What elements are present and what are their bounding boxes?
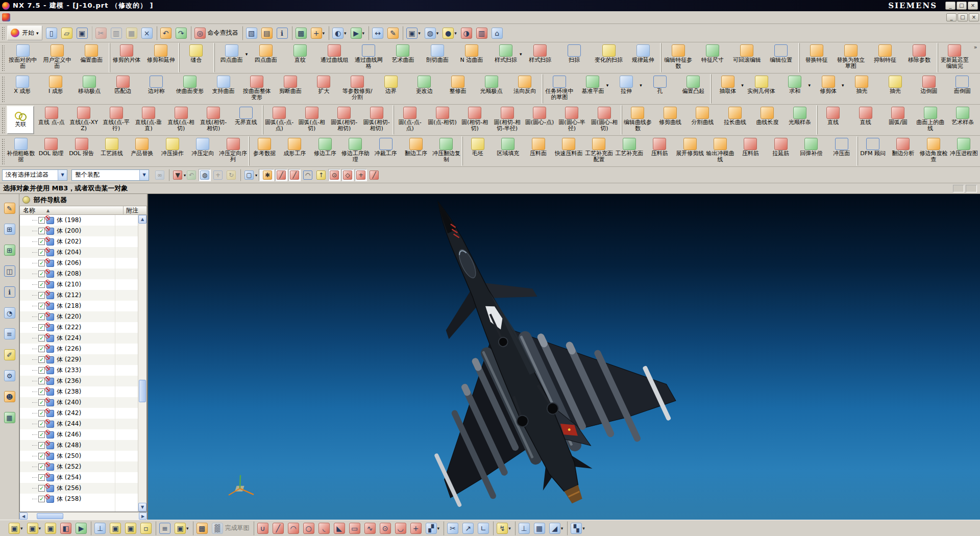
toolbar-button[interactable]: 抽壳 bbox=[878, 74, 912, 104]
associative-toggle-button[interactable]: 关联 bbox=[7, 106, 34, 134]
selection-bar-button[interactable]: ╱ bbox=[288, 169, 301, 181]
toolbar-button[interactable]: ▭ bbox=[347, 521, 362, 535]
toolbar-button[interactable]: 四点曲面 bbox=[214, 43, 249, 72]
toolbar-button[interactable]: 法向反向 bbox=[508, 74, 542, 104]
part-navigator-row[interactable]: 体 (222) bbox=[20, 322, 138, 333]
toolbar-button[interactable]: ⊥ bbox=[515, 521, 532, 535]
resource-bar-tab[interactable]: ≡ bbox=[3, 327, 17, 341]
toolbar-button[interactable]: ▥ bbox=[109, 26, 124, 40]
toolbar-button[interactable]: 直线 点-点 bbox=[35, 105, 67, 135]
toolbar-button[interactable]: 修剪曲线 bbox=[654, 105, 686, 135]
menu-item[interactable] bbox=[13, 16, 22, 19]
toolbar-button[interactable]: 按面对的中面 bbox=[6, 43, 40, 72]
toolbar-grip[interactable] bbox=[1, 44, 5, 71]
toolbar-button[interactable]: ▶ bbox=[349, 26, 367, 40]
toolbar-button[interactable]: ◠ bbox=[286, 521, 301, 535]
selection-bar-button[interactable]: ▼ bbox=[169, 169, 184, 181]
visibility-checkbox[interactable] bbox=[38, 303, 45, 309]
visibility-checkbox[interactable] bbox=[38, 378, 45, 384]
toolbar-button[interactable]: 回弹补偿 bbox=[796, 136, 826, 166]
chevron-down-icon[interactable] bbox=[139, 170, 149, 180]
toolbar-button[interactable]: 拉伸 bbox=[609, 74, 643, 104]
part-navigator-row[interactable]: 体 (236) bbox=[20, 376, 138, 386]
selection-bar-button[interactable]: ◍ bbox=[199, 169, 211, 181]
toolbar-button[interactable]: 基准平面 bbox=[576, 74, 610, 104]
toolbar-button[interactable]: + bbox=[309, 26, 327, 40]
part-navigator-row[interactable]: 体 (220) bbox=[20, 311, 138, 322]
menu-item[interactable] bbox=[50, 16, 59, 19]
toolbar-button[interactable]: ▚ bbox=[567, 521, 587, 535]
toolbar-overflow-chevron[interactable]: » bbox=[972, 43, 979, 72]
visibility-checkbox[interactable] bbox=[38, 249, 45, 256]
menu-item[interactable] bbox=[114, 16, 124, 19]
toolbar-button[interactable]: 冲压进程图 bbox=[949, 136, 979, 166]
toolbar-button[interactable]: 冲裁工序 bbox=[371, 136, 401, 166]
resource-bar-tab[interactable]: ℹ bbox=[3, 285, 17, 299]
resource-bar-tab[interactable]: ⚙ bbox=[3, 369, 17, 383]
menu-item[interactable] bbox=[87, 16, 96, 19]
toolbar-button[interactable]: 直线 bbox=[849, 105, 881, 135]
selection-bar-button[interactable]: ╱ bbox=[368, 169, 380, 181]
toolbar-button[interactable]: ▱ bbox=[59, 26, 75, 40]
visibility-checkbox[interactable] bbox=[38, 410, 45, 417]
toolbar-button[interactable]: ▩ bbox=[193, 521, 210, 535]
toolbar-button[interactable]: ◐ bbox=[329, 26, 349, 40]
toolbar-button[interactable]: 更改边 bbox=[408, 74, 442, 104]
toolbar-button[interactable]: ▩ bbox=[292, 26, 309, 40]
selection-bar-button[interactable]: ◠ bbox=[302, 169, 314, 181]
toolbar-button[interactable]: 圆(点-点-点) bbox=[394, 105, 426, 135]
toolbar-button[interactable]: 圆弧(相切-相切) bbox=[328, 105, 360, 135]
part-navigator-row[interactable]: 体 (246) bbox=[20, 429, 138, 440]
toolbar-button[interactable]: ▶ bbox=[74, 521, 89, 535]
horizontal-scrollbar[interactable]: ◀ ▶ bbox=[19, 512, 147, 520]
toolbar-button[interactable]: 补偿粗略数据 bbox=[6, 136, 36, 166]
toolbar-button[interactable]: 冲压定向序列 bbox=[218, 136, 248, 166]
start-button[interactable]: 开始 ▾ bbox=[7, 26, 42, 40]
toolbar-button[interactable]: 毛坯 bbox=[462, 136, 493, 166]
toolbar-button[interactable]: ╱ bbox=[271, 521, 286, 535]
selection-bar-button[interactable]: ✱ bbox=[259, 169, 274, 181]
toolbar-button[interactable]: ▣ bbox=[25, 521, 43, 535]
toolbar-grip[interactable] bbox=[1, 26, 5, 40]
toolbar-button[interactable]: 使曲面变形 bbox=[173, 74, 207, 104]
toolbar-button[interactable]: 扩大 bbox=[307, 74, 341, 104]
part-navigator-row[interactable]: 体 (240) bbox=[20, 397, 138, 408]
toolbar-button[interactable]: 等参数修剪/分割 bbox=[340, 74, 374, 104]
visibility-checkbox[interactable] bbox=[38, 313, 45, 320]
visibility-checkbox[interactable] bbox=[38, 399, 45, 406]
toolbar-button[interactable]: 修剪体 bbox=[812, 74, 845, 104]
toolbar-button[interactable]: 工艺补充面 bbox=[614, 136, 644, 166]
part-navigator-row[interactable]: 体 (229) bbox=[20, 354, 138, 365]
toolbar-button[interactable]: 曲面上的曲线 bbox=[914, 105, 946, 135]
toolbar-button[interactable]: 边界 bbox=[374, 74, 408, 104]
toolbar-button[interactable]: 直线(点-XYZ) bbox=[67, 105, 100, 135]
visibility-checkbox[interactable] bbox=[38, 367, 45, 374]
visibility-checkbox[interactable] bbox=[38, 474, 45, 481]
toolbar-button[interactable]: 光顺极点 bbox=[475, 74, 508, 104]
toolbar-button[interactable]: ∿ bbox=[362, 521, 378, 535]
selection-bar-button[interactable]: + bbox=[212, 169, 224, 181]
visibility-checkbox[interactable] bbox=[38, 485, 45, 492]
part-navigator-row[interactable]: 体 (198) bbox=[20, 215, 138, 226]
scrollbar-thumb[interactable] bbox=[139, 380, 146, 402]
toolbar-button[interactable]: ▣ bbox=[75, 26, 90, 40]
part-navigator-row[interactable]: 体 (252) bbox=[20, 461, 138, 472]
selection-filter-combo[interactable]: 没有选择过滤器 bbox=[2, 169, 67, 181]
resource-bar-tab[interactable]: ▦ bbox=[3, 410, 17, 425]
part-navigator-row[interactable]: 体 (224) bbox=[20, 333, 138, 344]
child-restore-button[interactable]: □ bbox=[958, 13, 968, 21]
toolbar-button[interactable]: 直线(相切-相切) bbox=[197, 105, 229, 135]
visibility-checkbox[interactable] bbox=[38, 292, 45, 299]
scrollbar-thumb[interactable] bbox=[37, 513, 63, 519]
resource-bar-tab[interactable]: ◔ bbox=[3, 306, 17, 320]
toolbar-button[interactable]: 直线 bbox=[817, 105, 849, 135]
toolbar-button[interactable]: ▓ 完成草图 bbox=[210, 521, 252, 535]
part-navigator-row[interactable]: 体 (204) bbox=[20, 247, 138, 258]
toolbar-button[interactable]: ▣ bbox=[108, 521, 123, 535]
visibility-checkbox[interactable] bbox=[38, 324, 45, 331]
toolbar-button[interactable]: 更新延迟至编辑完 bbox=[938, 43, 972, 72]
toolbar-button[interactable]: 冲压翻边复制 bbox=[431, 136, 461, 166]
toolbar-button[interactable]: 整修面 bbox=[441, 74, 475, 104]
toolbar-grip[interactable] bbox=[1, 76, 5, 102]
toolbar-button[interactable]: 圆弧(点-点-点) bbox=[263, 105, 295, 135]
